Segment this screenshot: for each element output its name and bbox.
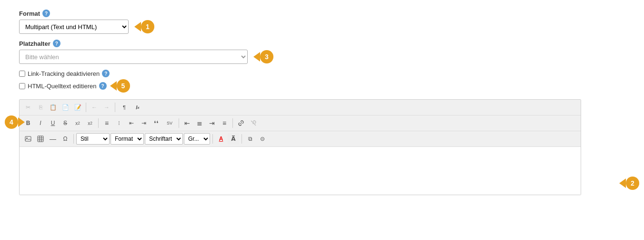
stil-dropdown[interactable]: Stil <box>76 133 110 145</box>
html-source-help-icon[interactable]: ? <box>99 82 107 90</box>
separator-4 <box>179 118 179 128</box>
format-help-icon[interactable]: ? <box>42 10 50 17</box>
placeholder-label-text: Platzhalter <box>19 40 50 47</box>
underline-button[interactable]: U <box>47 117 59 129</box>
form-section: Format ? Multipart (Text und HTML) 1 Pla… <box>19 10 591 195</box>
html-source-checkbox-group: HTML-Quelltext editieren ? 5 <box>19 79 591 93</box>
table-button[interactable] <box>35 133 46 145</box>
fullscreen-button[interactable]: ⧉ <box>244 133 256 145</box>
badge-5: 5 <box>110 79 130 93</box>
toolbar-row-3: — Ω Stil Format Schriftart Gr... A A̅ <box>20 131 581 147</box>
unordered-list-button[interactable]: ⁝ <box>113 117 125 129</box>
hr-button[interactable]: — <box>47 133 59 145</box>
image-button[interactable] <box>22 133 34 145</box>
separator-5 <box>232 118 233 128</box>
font-color-button[interactable]: A <box>215 133 227 145</box>
separator-1 <box>86 103 86 112</box>
checkboxes-group: Link-Tracking deaktivieren ? HTML-Quellt… <box>19 70 591 93</box>
html-source-checkbox[interactable] <box>19 83 25 89</box>
format-label-text: Format <box>19 10 40 17</box>
clear-format-button[interactable]: Ix <box>132 102 143 113</box>
placeholder-select[interactable]: Bitte wählen <box>19 50 248 64</box>
editor-container: ✂ ⎘ 📋 📄 📝 ← → ¶ Ix B I U S x2 x2 <box>19 99 581 195</box>
separator-6 <box>73 134 74 144</box>
align-right-button[interactable]: ⇥ <box>206 117 218 129</box>
placeholder-field-group: Platzhalter ? Bitte wählen 3 <box>19 40 591 64</box>
cut-button[interactable]: ✂ <box>22 102 34 113</box>
format-label: Format ? <box>19 10 591 17</box>
format-dropdown[interactable]: Format <box>111 133 144 145</box>
html-source-label: HTML-Quelltext editieren <box>28 83 97 90</box>
schriftart-dropdown[interactable]: Schriftart <box>145 133 183 145</box>
copy-button[interactable]: ⎘ <box>35 102 46 113</box>
badge-1: 1 <box>134 20 154 33</box>
indent-less-button[interactable]: ⇤ <box>126 117 137 129</box>
link-button[interactable] <box>235 117 247 129</box>
svg-rect-0 <box>25 136 31 141</box>
format-select[interactable]: Multipart (Text und HTML) <box>19 20 129 34</box>
align-left-button[interactable]: ⇤ <box>181 117 193 129</box>
paste-text-button[interactable]: 📄 <box>60 102 71 113</box>
source-button[interactable]: ⊝ <box>257 133 268 145</box>
separator-3 <box>98 118 99 128</box>
toolbar-row-1: ✂ ⎘ 📋 📄 📝 ← → ¶ Ix <box>20 100 581 115</box>
separator-7 <box>212 134 213 144</box>
italic-button[interactable]: I <box>35 117 46 129</box>
badge-4: 4 <box>5 115 25 129</box>
strikethrough-button[interactable]: S <box>60 117 71 129</box>
placeholder-label: Platzhalter ? <box>19 40 591 47</box>
unlink-button[interactable] <box>248 117 259 129</box>
redo-button[interactable]: → <box>101 102 112 113</box>
placeholder-help-icon[interactable]: ? <box>53 40 60 47</box>
indent-more-button[interactable]: ⇥ <box>138 117 150 129</box>
blockquote-button[interactable]: ❛❛ <box>151 117 162 129</box>
separator-2 <box>115 103 115 112</box>
remove-format-button[interactable]: ¶ <box>118 102 131 113</box>
bg-color-button[interactable]: A̅ <box>228 133 239 145</box>
svg-rect-2 <box>38 136 43 142</box>
paste-word-button[interactable]: 📝 <box>72 102 83 113</box>
badge-3: 3 <box>253 50 273 63</box>
link-tracking-checkbox-group: Link-Tracking deaktivieren ? <box>19 70 591 77</box>
format-field-group: Format ? Multipart (Text und HTML) 1 <box>19 10 591 34</box>
undo-button[interactable]: ← <box>89 102 100 113</box>
link-tracking-help-icon[interactable]: ? <box>102 70 110 77</box>
align-justify-button[interactable]: ≡ <box>219 117 230 129</box>
separator-8 <box>242 134 242 144</box>
align-center-button[interactable]: ≣ <box>194 117 205 129</box>
special-button[interactable]: SV <box>163 117 176 129</box>
gr-dropdown[interactable]: Gr... <box>184 133 210 145</box>
badge-2: 2 <box>619 177 639 190</box>
paste-button[interactable]: 📋 <box>47 102 59 113</box>
ordered-list-button[interactable]: ≡ <box>101 117 112 129</box>
link-tracking-label: Link-Tracking deaktivieren <box>28 70 100 77</box>
link-tracking-checkbox[interactable] <box>19 71 25 77</box>
superscript-button[interactable]: x2 <box>84 117 96 129</box>
editor-content-area[interactable] <box>20 147 581 195</box>
subscript-button[interactable]: x2 <box>72 117 83 129</box>
toolbar-row-2: B I U S x2 x2 ≡ ⁝ ⇤ ⇥ ❛❛ SV ⇤ ≣ ⇥ ≡ <box>20 115 581 131</box>
special-char-button[interactable]: Ω <box>60 133 71 145</box>
